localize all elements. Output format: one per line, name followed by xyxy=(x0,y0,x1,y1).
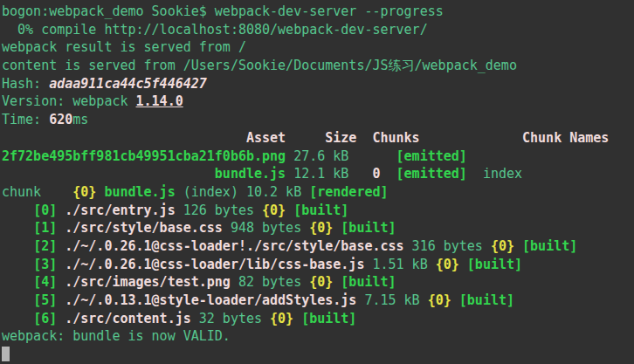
terminal-text-segment xyxy=(333,274,341,290)
terminal-text-segment: 2f72be495bff981cb49951cba21f0b6b.png xyxy=(2,148,286,164)
terminal-text-segment: [5] xyxy=(33,292,57,308)
terminal-text-segment: 316 bytes xyxy=(404,238,491,254)
terminal-text-segment: {0} xyxy=(72,184,96,200)
terminal-text-segment: [rendered] xyxy=(309,184,388,200)
terminal-text-segment: ./src/entry.js xyxy=(65,203,175,218)
terminal-text-segment: [emitted] xyxy=(396,166,467,182)
terminal-line: bundle.js 12.1 kB 0 [emitted] index xyxy=(2,165,634,183)
terminal-text-segment xyxy=(2,274,33,290)
terminal-text-segment: bundle.js xyxy=(215,166,286,182)
terminal-text-segment: {0} xyxy=(309,274,333,290)
terminal-text-segment xyxy=(57,220,65,236)
terminal-text-segment: 82 bytes xyxy=(231,274,309,290)
terminal-text-segment: [1] xyxy=(33,220,57,236)
terminal-text-segment: {0} xyxy=(428,292,451,308)
terminal-text-segment: [2] xyxy=(33,238,57,254)
terminal-text-segment: 1.14.0 xyxy=(136,93,183,109)
terminal-text-segment: ./~/.0.13.1@style-loader/addStyles.js xyxy=(65,292,356,308)
terminal-text-segment: [4] xyxy=(33,274,57,290)
terminal-text-segment xyxy=(57,311,65,326)
terminal-text-segment xyxy=(2,220,33,236)
terminal-text-segment: chunk xyxy=(2,184,72,200)
terminal-text-segment xyxy=(333,220,341,236)
terminal-text-segment: adaa911ca44c5f446427 xyxy=(49,76,207,92)
terminal-line: [0] ./src/entry.js 126 bytes {0} [built] xyxy=(2,202,634,220)
terminal-text-segment: index xyxy=(467,166,522,182)
terminal-line: [3] ./~/.0.26.1@css-loader/lib/css-base.… xyxy=(2,256,634,274)
terminal-text-segment: 0 xyxy=(372,166,380,182)
terminal-text-segment: [emitted] xyxy=(396,148,467,164)
terminal-text-segment: [3] xyxy=(33,257,57,272)
terminal-text-segment: {0} xyxy=(436,257,459,272)
terminal-text-segment xyxy=(286,203,293,218)
terminal-line: [5] ./~/.0.13.1@style-loader/addStyles.j… xyxy=(2,292,634,310)
terminal-text-segment xyxy=(514,238,522,254)
terminal-text-segment: 126 bytes xyxy=(176,203,262,218)
terminal-text-segment: [built] xyxy=(341,220,396,236)
terminal-text-segment: 12.1 kB xyxy=(286,166,372,182)
terminal-text-segment: [built] xyxy=(341,274,396,290)
terminal-text-segment: webpack result is served from / xyxy=(2,39,246,55)
terminal-text-segment: ./src/content.js xyxy=(65,311,191,326)
terminal-line: chunk {0} bundle.js (index) 10.2 kB [ren… xyxy=(2,183,634,202)
terminal-text-segment: 620 xyxy=(49,112,72,127)
terminal-cursor-line xyxy=(2,346,634,364)
terminal-text-segment: ms xyxy=(72,112,88,127)
terminal-text-segment: Version: webpack xyxy=(2,93,136,109)
terminal-text-segment: {0} xyxy=(270,311,293,326)
terminal-text-segment: bundle.js xyxy=(104,184,175,200)
terminal-text-segment xyxy=(57,238,65,254)
terminal-text-segment: [built] xyxy=(522,238,577,254)
terminal-line: Time: 620ms xyxy=(2,111,634,129)
terminal-text-segment: {0} xyxy=(309,220,333,236)
terminal-text-segment: 27.6 kB xyxy=(286,148,396,164)
terminal-line: 2f72be495bff981cb49951cba21f0b6b.png 27.… xyxy=(2,148,634,166)
terminal-text-segment: 7.15 kB xyxy=(356,292,427,308)
terminal-text-segment: [built] xyxy=(301,311,356,326)
terminal-line: Asset Size Chunks Chunk Names xyxy=(2,129,634,148)
terminal-text-segment: ./src/images/test.png xyxy=(65,274,231,290)
terminal-line: content is served from /Users/Sookie/Doc… xyxy=(2,57,634,75)
terminal-text-segment xyxy=(2,292,33,308)
terminal-text-segment xyxy=(2,311,33,326)
terminal-line: bogon:webpack_demo Sookie$ webpack-dev-s… xyxy=(2,3,634,21)
terminal-cursor xyxy=(2,347,10,361)
terminal-text-segment: [built] xyxy=(467,257,522,272)
terminal-line: webpack result is served from / xyxy=(2,38,634,57)
terminal-text-segment: bogon:webpack_demo Sookie$ webpack-dev-s… xyxy=(2,3,444,19)
terminal-text-segment: 948 bytes xyxy=(223,220,309,236)
terminal-text-segment xyxy=(2,238,33,254)
terminal-line: [6] ./src/content.js 32 bytes {0} [built… xyxy=(2,310,634,328)
terminal-window[interactable]: bogon:webpack_demo Sookie$ webpack-dev-s… xyxy=(0,0,634,364)
terminal-text-segment: Time: xyxy=(2,112,49,127)
terminal-text-segment: [0] xyxy=(33,203,57,218)
terminal-line: Version: webpack 1.14.0 xyxy=(2,93,634,111)
terminal-text-segment: 32 bytes xyxy=(191,311,270,326)
terminal-text-segment: Hash: xyxy=(2,76,49,92)
terminal-text-segment xyxy=(57,203,65,218)
terminal-text-segment: 1.51 kB xyxy=(364,257,435,272)
terminal-text-segment: Asset Size Chunks Chunk Names xyxy=(2,130,609,146)
terminal-line: 0% compile http://localhost:8080/webpack… xyxy=(2,21,634,39)
terminal-line: [4] ./src/images/test.png 82 bytes {0} [… xyxy=(2,273,634,292)
terminal-line: Hash: adaa911ca44c5f446427 xyxy=(2,75,634,93)
terminal-text-segment xyxy=(2,203,33,218)
terminal-text-segment: webpack: bundle is now VALID. xyxy=(2,328,231,344)
terminal-text-segment: [6] xyxy=(33,311,57,326)
terminal-text-segment: [built] xyxy=(459,292,514,308)
terminal-text-segment xyxy=(381,166,396,182)
terminal-text-segment xyxy=(459,257,467,272)
terminal-line: [2] ./~/.0.26.1@css-loader!./src/style/b… xyxy=(2,237,634,256)
terminal-text-segment: [built] xyxy=(293,203,348,218)
terminal-text-segment: (index) 10.2 kB xyxy=(176,184,310,200)
terminal-text-segment xyxy=(57,292,65,308)
terminal-text-segment: ./~/.0.26.1@css-loader!./src/style/base.… xyxy=(65,238,403,254)
terminal-text-segment: ./~/.0.26.1@css-loader/lib/css-base.js xyxy=(65,257,364,272)
terminal-text-segment xyxy=(2,257,33,272)
terminal-text-segment xyxy=(2,166,215,182)
terminal-line: [1] ./src/style/base.css 948 bytes {0} [… xyxy=(2,219,634,237)
terminal-text-segment: 0% compile http://localhost:8080/webpack… xyxy=(2,22,428,38)
terminal-text-segment: ./src/style/base.css xyxy=(65,220,223,236)
terminal-text-segment: {0} xyxy=(262,203,286,218)
terminal-text-segment xyxy=(293,311,301,326)
